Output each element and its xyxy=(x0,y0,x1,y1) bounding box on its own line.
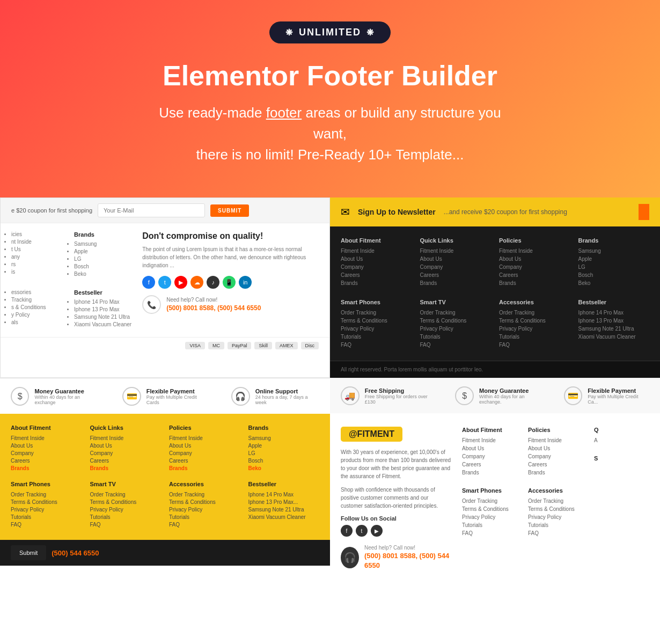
guarantee-item-money: $ Money Guarantee Within 40 days for an … xyxy=(11,387,101,406)
hero-title: Elementor Footer Builder xyxy=(11,60,649,92)
list-item: FAQ xyxy=(90,522,162,528)
list-item: Tutorials xyxy=(90,514,162,520)
dark-col-bestseller-heading: Bestseller xyxy=(578,299,650,305)
submit-button-2[interactable]: Submit xyxy=(11,545,46,560)
brand-prefix: @ xyxy=(349,429,357,438)
list-item: About Us xyxy=(420,256,492,262)
list-item: rs xyxy=(11,261,69,267)
list-item: Company xyxy=(462,453,517,459)
phone-text: Need help? Call now! (500) 8001 8588, (5… xyxy=(166,297,261,312)
list-item: Company xyxy=(169,450,240,456)
list-item: Order Tracking xyxy=(528,498,583,504)
brand-desc1: With 30 years of experience, get 10,000'… xyxy=(341,448,451,480)
brand-name: FITMENT xyxy=(357,429,394,438)
list-item: Brands xyxy=(90,465,162,471)
money-icon-2: $ xyxy=(455,386,474,405)
list-item: Tracking xyxy=(11,297,69,303)
list-item: Brands xyxy=(499,280,570,286)
youtube-icon-2[interactable]: ▶ xyxy=(371,525,383,537)
list-item: Tutorials xyxy=(341,334,412,340)
guarantee-shipping-title: Free Shipping xyxy=(365,387,439,394)
list-item: Apple xyxy=(578,256,650,262)
detailed-extra-heading: Q xyxy=(594,427,649,433)
preview-card-top-right: ✉ Sign Up to Newsletter ...and receive $… xyxy=(330,197,660,378)
list-item: Fitment Inside xyxy=(420,248,492,254)
phone-label: Need help? Call now! xyxy=(166,297,261,303)
visa-chip: VISA xyxy=(185,342,205,349)
discover-chip: Disc xyxy=(301,342,319,349)
submit-button-1[interactable]: SUBMIT xyxy=(210,204,249,217)
guarantee-bar-right: 🚚 Free Shipping Free Shipping for orders… xyxy=(330,378,660,413)
twitter-icon-2[interactable]: t xyxy=(356,525,368,537)
footer-main-section: icies nt Inside t Us any rs is Brands Sa… xyxy=(1,223,329,337)
list-item: Order Tracking xyxy=(420,310,492,316)
list-item: Samsung Note 21 Ultra xyxy=(578,326,650,332)
phone-number: (500) 8001 8588, (500) 544 6550 xyxy=(166,304,261,312)
facebook-icon[interactable]: f xyxy=(142,276,155,289)
guarantee-payment-desc: Pay with Multiple Credit Cards xyxy=(146,394,210,405)
list-item: Brands xyxy=(169,465,240,471)
footer-description-col: Don't compromise on quality! The point o… xyxy=(142,231,319,329)
list-item: Terms & Conditions xyxy=(341,318,412,324)
list-item: Samsung Note 21 Ultra xyxy=(248,507,320,513)
call-section: 🎧 Need help? Call now! (500) 8001 8588, … xyxy=(341,545,451,570)
list-item: Brands xyxy=(528,470,583,475)
newsletter-text: Sign Up to Newsletter xyxy=(358,208,436,216)
linkedin-icon[interactable]: in xyxy=(239,276,252,289)
youtube-icon[interactable]: ▶ xyxy=(174,276,187,289)
list-item: y Policy xyxy=(11,312,69,318)
footer-nav-left: icies nt Inside t Us any rs is Brands Sa… xyxy=(11,231,131,329)
list-item: is xyxy=(11,269,69,275)
list-item: Bosch xyxy=(248,458,320,464)
list-item: Company xyxy=(528,453,583,459)
list-item: Careers xyxy=(90,458,162,464)
list-item: About Us xyxy=(11,443,82,449)
detailed-about-heading: About Fitment xyxy=(462,427,517,433)
facebook-icon-2[interactable]: f xyxy=(341,525,353,537)
tiktok-icon[interactable]: ♪ xyxy=(207,276,219,289)
dark-col-smarttv-heading: Smart TV xyxy=(420,299,492,305)
list-item: Beko xyxy=(248,465,320,471)
mastercard-chip: MC xyxy=(208,342,224,349)
quality-desc: The point of using Lorem Ipsum is that i… xyxy=(142,245,319,269)
list-item: FAQ xyxy=(420,342,492,348)
social-row: f t ▶ xyxy=(341,525,451,537)
guarantee-support-title: Online Support xyxy=(255,388,319,394)
brand-column: @FITMENT With 30 years of experience, ge… xyxy=(341,427,451,570)
list-item: Samsung xyxy=(74,241,131,247)
twitter-icon[interactable]: t xyxy=(158,276,171,289)
list-item: Company xyxy=(499,264,570,270)
list-item: Xiaomi Vacuum Cleaner xyxy=(74,321,131,327)
guarantee-payment-title: Flexible Payment xyxy=(146,388,210,394)
list-item: LG xyxy=(578,264,650,270)
list-item: FAQ xyxy=(462,530,517,536)
yellow-col-quicklinks-heading: Quick Links xyxy=(90,425,162,431)
footer-col-accessories: essories Tracking s & Conditions y Polic… xyxy=(11,289,69,329)
list-item: Fitment Inside xyxy=(462,437,517,443)
whatsapp-icon[interactable]: 📱 xyxy=(223,276,236,289)
dark-col-accessories-heading: Accessories xyxy=(499,299,570,305)
list-item: Company xyxy=(11,450,82,456)
yellow-col-smartphones-heading: Smart Phones xyxy=(11,481,82,487)
list-item: Careers xyxy=(169,458,240,464)
list-item: A xyxy=(594,437,649,443)
list-item: Fitment Inside xyxy=(528,437,583,443)
guarantee-bar-left: $ Money Guarantee Within 40 days for an … xyxy=(0,378,330,414)
list-item: About Us xyxy=(499,256,570,262)
soundcloud-icon[interactable]: ☁ xyxy=(190,276,203,289)
badge-icon-left: ❋ xyxy=(285,27,294,38)
dark-col-smartphones-heading: Smart Phones xyxy=(341,299,412,305)
list-item: Iphone 14 Pro Max xyxy=(248,492,320,497)
yellow-col-brands-heading: Brands xyxy=(248,425,320,431)
list-item: Privacy Policy xyxy=(499,326,570,332)
call-number: (500) 8001 8588, (500) 544 6550 xyxy=(364,552,449,569)
guarantee-item-shipping: 🚚 Free Shipping Free Shipping for orders… xyxy=(341,386,439,405)
dark-col-about: About Fitment Fitment Inside About Us Co… xyxy=(341,237,412,288)
list-item: Careers xyxy=(11,458,82,464)
list-item: Privacy Policy xyxy=(90,507,162,513)
brands-heading: Brands xyxy=(74,231,131,238)
list-item: essories xyxy=(11,289,69,295)
list-item: Samsung xyxy=(248,435,320,441)
newsletter-bar-1: e $20 coupon for first shopping SUBMIT xyxy=(1,198,329,223)
email-input-1[interactable] xyxy=(98,203,205,217)
